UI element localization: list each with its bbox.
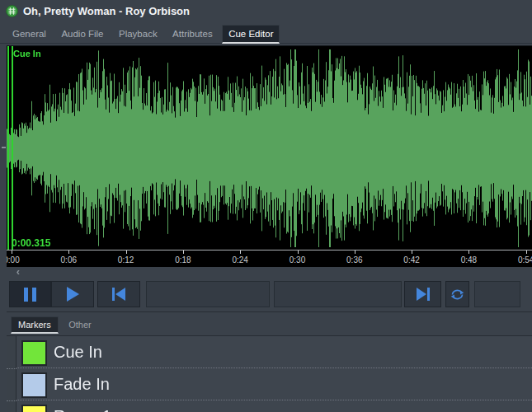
tab-attributes[interactable]: Attributes <box>167 25 219 43</box>
ruler-tick <box>468 250 469 254</box>
skip-to-start-button[interactable] <box>97 281 140 307</box>
cue-in-label: Cue In <box>13 49 41 59</box>
cue-in-color-swatch <box>21 340 47 366</box>
tab-general[interactable]: General <box>7 25 52 43</box>
pause-icon <box>24 288 36 302</box>
ruler-tick-label: 0:18 <box>175 255 191 265</box>
waveform-panel[interactable]: Cue In 0:00.315 <box>7 45 532 250</box>
timeline-ruler: 0:000:060:120:180:240:300:360:420:480:54 <box>7 250 532 267</box>
scroll-left-arrow-icon[interactable]: ‹ <box>12 265 24 279</box>
ruler-tick-label: 0:54 <box>518 255 532 265</box>
ruler-tick-label: 0:48 <box>461 255 477 265</box>
playback-position-marker <box>7 46 9 250</box>
pause-button[interactable] <box>9 281 51 307</box>
transport-display-left <box>146 281 270 307</box>
tab-playback[interactable]: Playback <box>113 25 163 43</box>
marker-row-label: Fade In <box>54 368 110 400</box>
skip-to-end-icon <box>417 288 430 301</box>
ruler-tick <box>355 250 355 254</box>
fade-in-color-swatch <box>21 372 47 398</box>
ruler-tick <box>12 250 12 254</box>
cue-in-marker[interactable] <box>12 46 13 250</box>
loop-icon <box>450 288 464 301</box>
center-axis-tick <box>2 147 6 148</box>
ruler-tick <box>68 250 69 254</box>
skip-to-end-button[interactable] <box>404 281 441 307</box>
ruler-tick <box>298 250 299 254</box>
marker-tab-bar: Markers Other <box>7 311 532 335</box>
loop-button[interactable] <box>445 281 469 307</box>
ruler-tick <box>412 250 412 254</box>
ruler-tick-label: 0:06 <box>61 255 77 265</box>
audio-item-icon <box>6 5 18 17</box>
marker-row-cue-in[interactable]: Cue In <box>16 336 532 368</box>
ruler-tick <box>240 250 241 254</box>
ruler-tick-label: 0:30 <box>290 255 305 265</box>
marker-row-label: Ramp 1 <box>54 400 111 412</box>
ruler-tick-label: 0:12 <box>118 255 134 265</box>
ruler-tick <box>126 250 127 254</box>
tab-other[interactable]: Other <box>62 317 98 332</box>
window-title: Oh, Pretty Woman - Roy Orbison <box>23 0 190 23</box>
ruler-tick <box>526 250 527 254</box>
tab-bar: General Audio File Playback Attributes C… <box>0 23 532 44</box>
transport-extra-box <box>474 281 520 307</box>
ruler-tick-label: 0:00 <box>7 255 20 265</box>
tab-markers[interactable]: Markers <box>11 316 59 334</box>
skip-to-start-icon <box>112 288 125 301</box>
marker-row-label: Cue In <box>54 336 102 368</box>
tab-audio-file[interactable]: Audio File <box>55 25 109 43</box>
marker-row-ramp-1[interactable]: Ramp 1 <box>16 400 532 412</box>
ruler-tick-label: 0:36 <box>346 255 362 265</box>
play-icon <box>67 287 79 302</box>
tab-cue-editor[interactable]: Cue Editor <box>222 25 280 44</box>
ruler-tick <box>183 250 184 254</box>
cue-position-value: 0:00.315 <box>12 237 50 249</box>
title-bar: Oh, Pretty Woman - Roy Orbison <box>0 0 532 23</box>
transport-display-right <box>274 281 402 307</box>
ruler-tick-label: 0:24 <box>232 255 247 265</box>
marker-row-fade-in[interactable]: Fade In <box>16 368 532 400</box>
ramp-1-color-swatch <box>21 405 47 412</box>
marker-list: Cue In Fade In Ramp 1 <box>7 335 532 412</box>
ruler-tick-label: 0:42 <box>403 255 419 265</box>
play-button[interactable] <box>51 281 94 307</box>
waveform-canvas[interactable] <box>7 47 532 250</box>
